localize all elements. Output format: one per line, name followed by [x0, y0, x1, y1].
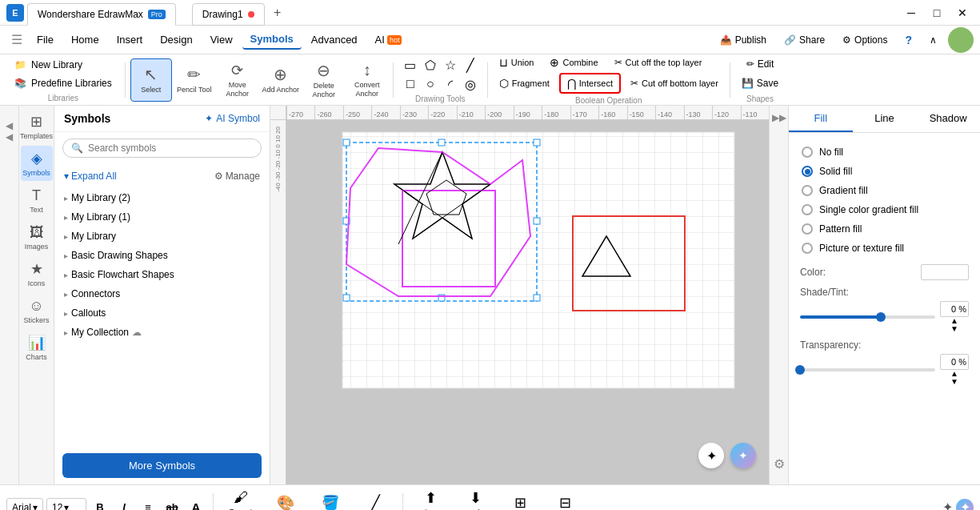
rect-shape[interactable]: ▭	[402, 56, 419, 74]
handle-bl[interactable]	[343, 295, 350, 301]
expand-all-button[interactable]: ▾ Expand All	[64, 171, 117, 182]
predefine-libraries-button[interactable]: 📚 Predefine Libraries	[11, 75, 115, 91]
pencil-tool[interactable]: ✏ Pencil Tool	[174, 58, 215, 102]
canvas-container[interactable]: -40 -30 -20 -10 0 10 20	[270, 120, 769, 484]
intersect-button[interactable]: ⋂ Intersect	[559, 73, 621, 94]
line-button[interactable]: ╱ Line	[354, 488, 396, 511]
bold-button[interactable]: B	[90, 497, 110, 511]
tree-item-callouts[interactable]: ▸ Callouts	[61, 303, 263, 323]
arc-shape[interactable]: ◜	[442, 75, 459, 93]
canvas-svg[interactable]	[286, 120, 769, 484]
shade-down-btn[interactable]: ▼	[950, 325, 958, 333]
shade-slider-track[interactable]	[800, 315, 935, 319]
strikethrough-button[interactable]: ab	[162, 497, 182, 511]
star-shape[interactable]: ☆	[442, 56, 459, 74]
right-settings-button[interactable]: ⚙	[774, 456, 785, 472]
picture-fill-option[interactable]: Picture or texture fill	[800, 239, 969, 258]
no-fill-option[interactable]: No fill	[800, 143, 969, 162]
images-button[interactable]: 🖼 Images	[21, 219, 53, 255]
stickers-button[interactable]: ☺ Stickers	[21, 293, 53, 328]
menu-symbols[interactable]: Symbols	[242, 30, 302, 50]
edit-button[interactable]: ✏ Edit	[740, 55, 781, 73]
menu-home[interactable]: Home	[63, 30, 107, 49]
font-size-select[interactable]: 12 ▾	[46, 498, 86, 511]
menu-design[interactable]: Design	[152, 30, 200, 49]
canvas-bg[interactable]: ✦ ✦	[286, 120, 769, 484]
no-fill-radio[interactable]	[802, 147, 813, 158]
right-expand-button[interactable]: ▶▶	[772, 112, 786, 123]
text-size-button[interactable]: A	[186, 497, 206, 511]
help-button[interactable]: ?	[898, 30, 918, 50]
transparency-down-btn[interactable]: ▼	[950, 378, 958, 386]
share-button[interactable]: 🔗 Share	[778, 31, 831, 49]
solid-fill-option[interactable]: Solid fill	[800, 162, 969, 181]
gradient-fill-radio[interactable]	[802, 185, 813, 196]
drawing-tab[interactable]: Drawing1	[192, 3, 265, 26]
tree-item-flowchart[interactable]: ▸ Basic Flowchart Shapes	[61, 265, 263, 284]
transparency-value-input[interactable]	[940, 354, 969, 370]
format-painter-button[interactable]: 🖌 Format Painter	[220, 488, 262, 511]
maximize-button[interactable]: □	[926, 2, 948, 24]
single-gradient-radio[interactable]	[802, 204, 813, 215]
sparkle-bottom-button[interactable]: ✦	[942, 500, 953, 510]
minimize-button[interactable]: ─	[900, 2, 922, 24]
delete-anchor-tool[interactable]: ⊖ Delete Anchor	[303, 58, 345, 102]
charts-button[interactable]: 📊 Charts	[21, 330, 53, 365]
templates-button[interactable]: ⊞ Templates	[21, 109, 53, 144]
tree-item-basic-drawing[interactable]: ▸ Basic Drawing Shapes	[61, 246, 263, 265]
save-button[interactable]: 💾 Save	[735, 74, 785, 92]
pentagon-shape[interactable]: ⬠	[422, 56, 439, 74]
gradient-fill-option[interactable]: Gradient fill	[800, 181, 969, 200]
group-button[interactable]: ⊞ Group	[499, 488, 541, 511]
user-avatar[interactable]	[948, 27, 974, 53]
menu-ai[interactable]: AI hot	[367, 30, 410, 49]
fill-tab[interactable]: Fill	[789, 106, 853, 132]
pattern-fill-radio[interactable]	[802, 223, 813, 235]
align-shapes-button[interactable]: ⊟ Align	[544, 488, 586, 511]
handle-tm[interactable]	[438, 139, 445, 146]
single-gradient-option[interactable]: Single color gradient fill	[800, 200, 969, 219]
ai-symbol-button[interactable]: ✦ AI Symbol	[205, 113, 260, 124]
send-to-back-button[interactable]: ⬇ Send to Back	[454, 488, 496, 511]
ai-bottom-button[interactable]: ✦	[956, 499, 974, 511]
close-button[interactable]: ✕	[951, 2, 974, 24]
tree-item-my-library[interactable]: ▸ My Library	[61, 227, 263, 246]
canvas-area[interactable]: -270 -260 -250 -240 -230 -220 -210 -200 …	[270, 106, 769, 484]
circle-shape[interactable]: ○	[422, 75, 439, 93]
icons-button[interactable]: ★ Icons	[21, 256, 53, 291]
sparkle-button[interactable]: ✦	[698, 443, 724, 468]
shade-value-input[interactable]	[940, 301, 969, 317]
convert-anchor-tool[interactable]: ↕ Convert Anchor	[346, 58, 388, 102]
styles-button[interactable]: 🎨 Styles	[265, 488, 306, 511]
cut-bottom-button[interactable]: ✂ Cut off bottom layer	[624, 75, 725, 91]
fill-button[interactable]: 🪣 Fill	[310, 488, 351, 511]
transparency-thumb[interactable]	[795, 365, 805, 375]
add-anchor-tool[interactable]: ⊕ Add Anchor	[260, 58, 302, 102]
symbols-button[interactable]: ◈ Symbols	[21, 146, 53, 181]
picture-fill-radio[interactable]	[802, 243, 813, 254]
tree-item-collection[interactable]: ▸ My Collection ☁	[61, 323, 263, 342]
rect2-shape[interactable]: □	[402, 75, 419, 93]
color-picker[interactable]	[921, 264, 969, 280]
more-symbols-button[interactable]: More Symbols	[62, 453, 262, 478]
shadow-tab[interactable]: Shadow	[916, 106, 980, 132]
new-library-button[interactable]: 📁 New Library	[11, 57, 115, 73]
collapse-button[interactable]: ◀◀	[4, 112, 15, 143]
new-tab-button[interactable]: +	[268, 3, 287, 22]
symbol-search-input[interactable]	[88, 143, 253, 154]
menu-advanced[interactable]: Advanced	[303, 30, 366, 49]
menu-file[interactable]: File	[29, 30, 62, 49]
cut-top-button[interactable]: ✂ Cut off the top layer	[608, 54, 709, 70]
combine-button[interactable]: ⊕ Combine	[543, 54, 604, 71]
transparency-slider-track[interactable]	[800, 368, 935, 371]
eye-shape[interactable]: ◎	[462, 75, 479, 93]
handle-tr[interactable]	[534, 139, 540, 146]
line-shape[interactable]: ╱	[462, 56, 479, 74]
options-button[interactable]: ⚙ Options	[836, 31, 894, 49]
menu-insert[interactable]: Insert	[109, 30, 151, 49]
union-button[interactable]: ⊔ Union	[493, 54, 541, 71]
app-tab-drawmax[interactable]: Wondershare EdrawMax Pro	[27, 3, 176, 26]
align-button[interactable]: ≡	[138, 497, 158, 511]
font-select[interactable]: Arial ▾	[6, 498, 43, 511]
solid-fill-radio[interactable]	[802, 166, 813, 177]
